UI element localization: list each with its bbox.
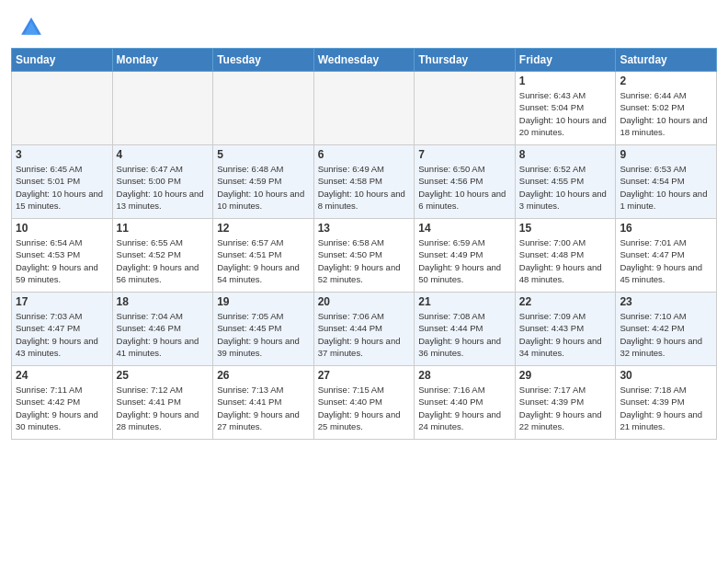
day-number: 3: [16, 148, 108, 161]
calendar-cell: 21Sunrise: 7:08 AMSunset: 4:44 PMDayligh…: [415, 293, 516, 366]
calendar-cell: [313, 72, 415, 145]
calendar-cell: 7Sunrise: 6:50 AMSunset: 4:56 PMDaylight…: [415, 145, 516, 219]
day-info: Sunrise: 6:58 AMSunset: 4:50 PMDaylight:…: [318, 236, 411, 285]
day-number: 15: [519, 222, 612, 235]
day-header-tuesday: Tuesday: [213, 49, 314, 72]
day-number: 7: [418, 148, 511, 161]
day-info: Sunrise: 6:45 AMSunset: 5:01 PMDaylight:…: [16, 163, 108, 212]
calendar-cell: 28Sunrise: 7:16 AMSunset: 4:40 PMDayligh…: [415, 366, 516, 440]
calendar-cell: 6Sunrise: 6:49 AMSunset: 4:58 PMDaylight…: [313, 145, 415, 219]
day-info: Sunrise: 6:47 AMSunset: 5:00 PMDaylight:…: [117, 163, 210, 212]
day-info: Sunrise: 7:12 AMSunset: 4:41 PMDaylight:…: [117, 384, 210, 432]
day-info: Sunrise: 7:18 AMSunset: 4:39 PMDaylight:…: [620, 384, 712, 432]
calendar-cell: 12Sunrise: 6:57 AMSunset: 4:51 PMDayligh…: [213, 219, 314, 293]
day-header-friday: Friday: [515, 49, 616, 72]
day-number: 26: [217, 369, 310, 382]
day-number: 17: [16, 295, 108, 308]
day-number: 10: [16, 222, 108, 235]
calendar-cell: 18Sunrise: 7:04 AMSunset: 4:46 PMDayligh…: [112, 293, 213, 366]
day-number: 22: [519, 295, 612, 308]
calendar-cell: 22Sunrise: 7:09 AMSunset: 4:43 PMDayligh…: [515, 293, 616, 366]
calendar-cell: 8Sunrise: 6:52 AMSunset: 4:55 PMDaylight…: [515, 145, 616, 219]
calendar-cell: 24Sunrise: 7:11 AMSunset: 4:42 PMDayligh…: [12, 366, 113, 440]
calendar-cell: 15Sunrise: 7:00 AMSunset: 4:48 PMDayligh…: [515, 219, 616, 293]
calendar-cell: 3Sunrise: 6:45 AMSunset: 5:01 PMDaylight…: [12, 145, 113, 219]
day-number: 19: [217, 295, 310, 308]
day-info: Sunrise: 6:44 AMSunset: 5:02 PMDaylight:…: [620, 89, 712, 138]
calendar-cell: 5Sunrise: 6:48 AMSunset: 4:59 PMDaylight…: [213, 145, 314, 219]
day-number: 20: [318, 295, 411, 308]
calendar-cell: [213, 72, 314, 145]
calendar-cell: 20Sunrise: 7:06 AMSunset: 4:44 PMDayligh…: [313, 293, 415, 366]
calendar-cell: 17Sunrise: 7:03 AMSunset: 4:47 PMDayligh…: [12, 293, 113, 366]
day-info: Sunrise: 6:52 AMSunset: 4:55 PMDaylight:…: [519, 163, 612, 212]
day-number: 13: [318, 222, 411, 235]
day-number: 23: [620, 295, 712, 308]
calendar-week-1: 1Sunrise: 6:43 AMSunset: 5:04 PMDaylight…: [12, 72, 717, 145]
day-number: 21: [418, 295, 511, 308]
calendar-cell: [12, 72, 113, 145]
day-info: Sunrise: 7:00 AMSunset: 4:48 PMDaylight:…: [519, 236, 612, 285]
calendar-cell: 30Sunrise: 7:18 AMSunset: 4:39 PMDayligh…: [616, 366, 717, 440]
calendar-table: SundayMondayTuesdayWednesdayThursdayFrid…: [11, 48, 717, 440]
calendar-cell: 16Sunrise: 7:01 AMSunset: 4:47 PMDayligh…: [616, 219, 717, 293]
calendar-cell: 23Sunrise: 7:10 AMSunset: 4:42 PMDayligh…: [616, 293, 717, 366]
day-info: Sunrise: 7:15 AMSunset: 4:40 PMDaylight:…: [318, 384, 411, 432]
calendar-week-5: 24Sunrise: 7:11 AMSunset: 4:42 PMDayligh…: [12, 366, 717, 440]
day-number: 29: [519, 369, 612, 382]
day-number: 11: [117, 222, 210, 235]
day-info: Sunrise: 6:53 AMSunset: 4:54 PMDaylight:…: [620, 163, 712, 212]
day-number: 24: [16, 369, 108, 382]
day-info: Sunrise: 7:08 AMSunset: 4:44 PMDaylight:…: [418, 310, 511, 359]
day-number: 9: [620, 148, 712, 161]
day-header-wednesday: Wednesday: [313, 49, 415, 72]
day-info: Sunrise: 7:11 AMSunset: 4:42 PMDaylight:…: [16, 384, 108, 432]
day-number: 16: [620, 222, 712, 235]
calendar-cell: 4Sunrise: 6:47 AMSunset: 5:00 PMDaylight…: [112, 145, 213, 219]
day-info: Sunrise: 7:17 AMSunset: 4:39 PMDaylight:…: [519, 384, 612, 432]
day-info: Sunrise: 7:06 AMSunset: 4:44 PMDaylight:…: [318, 310, 411, 359]
day-header-sunday: Sunday: [12, 49, 113, 72]
calendar-cell: 14Sunrise: 6:59 AMSunset: 4:49 PMDayligh…: [415, 219, 516, 293]
header: [0, 0, 728, 48]
day-number: 1: [519, 75, 612, 87]
day-info: Sunrise: 6:59 AMSunset: 4:49 PMDaylight:…: [418, 236, 511, 285]
day-number: 14: [418, 222, 511, 235]
calendar-week-4: 17Sunrise: 7:03 AMSunset: 4:47 PMDayligh…: [12, 293, 717, 366]
day-info: Sunrise: 6:57 AMSunset: 4:51 PMDaylight:…: [217, 236, 310, 285]
calendar-week-3: 10Sunrise: 6:54 AMSunset: 4:53 PMDayligh…: [12, 219, 717, 293]
day-info: Sunrise: 7:01 AMSunset: 4:47 PMDaylight:…: [620, 236, 712, 285]
day-info: Sunrise: 6:54 AMSunset: 4:53 PMDaylight:…: [16, 236, 108, 285]
day-header-thursday: Thursday: [415, 49, 516, 72]
day-header-saturday: Saturday: [616, 49, 717, 72]
calendar-cell: 29Sunrise: 7:17 AMSunset: 4:39 PMDayligh…: [515, 366, 616, 440]
calendar-cell: 11Sunrise: 6:55 AMSunset: 4:52 PMDayligh…: [112, 219, 213, 293]
day-info: Sunrise: 7:10 AMSunset: 4:42 PMDaylight:…: [620, 310, 712, 359]
day-number: 6: [318, 148, 411, 161]
calendar-cell: [112, 72, 213, 145]
logo: [18, 15, 48, 40]
calendar-cell: 13Sunrise: 6:58 AMSunset: 4:50 PMDayligh…: [313, 219, 415, 293]
day-info: Sunrise: 6:48 AMSunset: 4:59 PMDaylight:…: [217, 163, 310, 212]
day-number: 12: [217, 222, 310, 235]
day-info: Sunrise: 7:04 AMSunset: 4:46 PMDaylight:…: [117, 310, 210, 359]
page: SundayMondayTuesdayWednesdayThursdayFrid…: [0, 0, 728, 563]
calendar-cell: 9Sunrise: 6:53 AMSunset: 4:54 PMDaylight…: [616, 145, 717, 219]
day-info: Sunrise: 6:43 AMSunset: 5:04 PMDaylight:…: [519, 89, 612, 138]
day-info: Sunrise: 7:16 AMSunset: 4:40 PMDaylight:…: [418, 384, 511, 432]
day-number: 30: [620, 369, 712, 382]
calendar-cell: 2Sunrise: 6:44 AMSunset: 5:02 PMDaylight…: [616, 72, 717, 145]
day-header-monday: Monday: [112, 49, 213, 72]
calendar-cell: 1Sunrise: 6:43 AMSunset: 5:04 PMDaylight…: [515, 72, 616, 145]
calendar-cell: 19Sunrise: 7:05 AMSunset: 4:45 PMDayligh…: [213, 293, 314, 366]
calendar-cell: 10Sunrise: 6:54 AMSunset: 4:53 PMDayligh…: [12, 219, 113, 293]
calendar-cell: 25Sunrise: 7:12 AMSunset: 4:41 PMDayligh…: [112, 366, 213, 440]
day-number: 28: [418, 369, 511, 382]
day-info: Sunrise: 7:13 AMSunset: 4:41 PMDaylight:…: [217, 384, 310, 432]
day-info: Sunrise: 7:03 AMSunset: 4:47 PMDaylight:…: [16, 310, 108, 359]
day-info: Sunrise: 6:55 AMSunset: 4:52 PMDaylight:…: [117, 236, 210, 285]
day-number: 4: [117, 148, 210, 161]
day-info: Sunrise: 6:50 AMSunset: 4:56 PMDaylight:…: [418, 163, 511, 212]
day-info: Sunrise: 7:05 AMSunset: 4:45 PMDaylight:…: [217, 310, 310, 359]
logo-icon: [18, 15, 44, 40]
